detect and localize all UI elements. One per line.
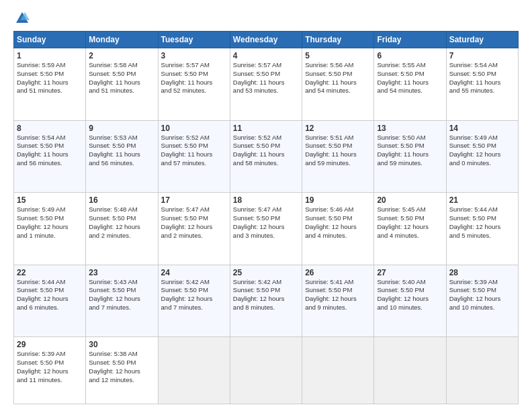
calendar-cell: 14Sunrise: 5:49 AMSunset: 5:50 PMDayligh… — [446, 120, 518, 193]
day-info: Sunset: 5:50 PM — [161, 70, 227, 79]
calendar-cell: 30Sunrise: 5:38 AMSunset: 5:50 PMDayligh… — [86, 337, 158, 404]
day-number: 3 — [161, 51, 227, 60]
calendar-week-1: 1Sunrise: 5:59 AMSunset: 5:50 PMDaylight… — [14, 48, 519, 121]
day-info: Sunset: 5:50 PM — [89, 214, 154, 223]
calendar-cell: 7Sunrise: 5:54 AMSunset: 5:50 PMDaylight… — [446, 48, 518, 121]
day-info: Sunset: 5:50 PM — [233, 286, 299, 295]
day-info: Daylight: 11 hours — [305, 150, 371, 159]
calendar-cell: 19Sunrise: 5:46 AMSunset: 5:50 PMDayligh… — [302, 193, 374, 265]
calendar-cell: 27Sunrise: 5:40 AMSunset: 5:50 PMDayligh… — [374, 265, 446, 337]
day-info: Daylight: 11 hours — [449, 79, 515, 87]
calendar-cell: 26Sunrise: 5:41 AMSunset: 5:50 PMDayligh… — [302, 265, 374, 337]
calendar-cell: 6Sunrise: 5:55 AMSunset: 5:50 PMDaylight… — [374, 48, 446, 121]
day-info: Sunrise: 5:44 AM — [17, 278, 83, 287]
day-info: and 59 minutes. — [305, 159, 371, 168]
day-number: 29 — [17, 340, 83, 349]
calendar-cell: 23Sunrise: 5:43 AMSunset: 5:50 PMDayligh… — [86, 265, 158, 337]
calendar-cell: 12Sunrise: 5:51 AMSunset: 5:50 PMDayligh… — [302, 120, 374, 193]
day-info: Sunset: 5:50 PM — [377, 214, 443, 223]
day-info: Daylight: 12 hours — [233, 223, 299, 232]
day-info: and 2 minutes. — [161, 232, 227, 240]
day-info: Sunrise: 5:48 AM — [89, 205, 154, 214]
day-info: and 55 minutes. — [449, 87, 515, 95]
day-info: Sunrise: 5:52 AM — [161, 134, 227, 142]
day-info: Daylight: 11 hours — [305, 79, 371, 87]
day-info: Sunrise: 5:59 AM — [17, 61, 83, 70]
day-info: Sunset: 5:50 PM — [305, 70, 371, 79]
day-info: Sunrise: 5:54 AM — [17, 134, 83, 142]
day-info: Daylight: 11 hours — [161, 79, 227, 87]
calendar-header-friday: Friday — [374, 32, 446, 48]
day-info: and 10 minutes. — [377, 304, 443, 312]
day-info: Daylight: 12 hours — [449, 295, 515, 304]
calendar-cell: 4Sunrise: 5:57 AMSunset: 5:50 PMDaylight… — [230, 48, 302, 121]
day-info: Sunrise: 5:38 AM — [89, 350, 154, 359]
day-number: 7 — [449, 51, 515, 60]
day-info: Sunset: 5:50 PM — [305, 142, 371, 150]
header — [13, 11, 519, 26]
day-info: and 58 minutes. — [233, 159, 299, 168]
calendar-cell: 17Sunrise: 5:47 AMSunset: 5:50 PMDayligh… — [158, 193, 230, 265]
day-info: Daylight: 12 hours — [161, 223, 227, 232]
day-number: 26 — [305, 268, 371, 277]
day-info: Daylight: 11 hours — [89, 150, 154, 159]
calendar-cell: 1Sunrise: 5:59 AMSunset: 5:50 PMDaylight… — [14, 48, 86, 121]
day-info: Sunrise: 5:57 AM — [233, 61, 299, 70]
day-info: and 53 minutes. — [233, 87, 299, 95]
day-info: Sunset: 5:50 PM — [17, 142, 83, 150]
day-number: 19 — [305, 195, 371, 205]
day-number: 2 — [89, 51, 154, 60]
day-info: Sunset: 5:50 PM — [233, 142, 299, 150]
day-info: Sunrise: 5:39 AM — [17, 350, 83, 359]
day-info: and 51 minutes. — [89, 87, 154, 95]
day-info: Daylight: 12 hours — [17, 223, 83, 232]
day-info: Daylight: 11 hours — [161, 150, 227, 159]
day-info: and 6 minutes. — [17, 304, 83, 312]
day-info: Sunrise: 5:51 AM — [305, 134, 371, 142]
day-info: and 54 minutes. — [377, 87, 443, 95]
day-number: 1 — [17, 51, 83, 60]
day-info: and 4 minutes. — [377, 232, 443, 240]
calendar-cell: 16Sunrise: 5:48 AMSunset: 5:50 PMDayligh… — [86, 193, 158, 265]
day-info: Sunrise: 5:41 AM — [305, 278, 371, 287]
day-info: and 57 minutes. — [161, 159, 227, 168]
day-info: Sunset: 5:50 PM — [377, 286, 443, 295]
calendar-cell — [446, 337, 518, 404]
day-number: 12 — [305, 124, 371, 133]
day-number: 13 — [377, 124, 443, 133]
day-info: Sunset: 5:50 PM — [449, 70, 515, 79]
day-info: Sunrise: 5:42 AM — [233, 278, 299, 287]
calendar-cell: 28Sunrise: 5:39 AMSunset: 5:50 PMDayligh… — [446, 265, 518, 337]
calendar-cell: 29Sunrise: 5:39 AMSunset: 5:50 PMDayligh… — [14, 337, 86, 404]
day-info: Sunrise: 5:46 AM — [305, 205, 371, 214]
day-number: 22 — [17, 268, 83, 277]
day-info: Sunrise: 5:40 AM — [377, 278, 443, 287]
day-info: Sunset: 5:50 PM — [161, 142, 227, 150]
day-info: Sunset: 5:50 PM — [161, 286, 227, 295]
calendar-cell — [158, 337, 230, 404]
day-info: and 52 minutes. — [161, 87, 227, 95]
calendar-cell: 3Sunrise: 5:57 AMSunset: 5:50 PMDaylight… — [158, 48, 230, 121]
day-info: and 2 minutes. — [89, 232, 154, 240]
day-info: and 4 minutes. — [305, 232, 371, 240]
day-info: Daylight: 12 hours — [17, 295, 83, 304]
day-info: Daylight: 12 hours — [89, 367, 154, 376]
day-info: Sunrise: 5:52 AM — [233, 134, 299, 142]
calendar-header-wednesday: Wednesday — [230, 32, 302, 48]
calendar-header-row: SundayMondayTuesdayWednesdayThursdayFrid… — [14, 32, 519, 48]
day-info: Sunset: 5:50 PM — [233, 70, 299, 79]
calendar-header-tuesday: Tuesday — [158, 32, 230, 48]
day-info: Sunrise: 5:57 AM — [161, 61, 227, 70]
day-info: Sunrise: 5:45 AM — [377, 205, 443, 214]
day-info: and 9 minutes. — [305, 304, 371, 312]
day-info: Daylight: 12 hours — [449, 223, 515, 232]
day-info: and 1 minute. — [17, 232, 83, 240]
day-info: Daylight: 11 hours — [17, 150, 83, 159]
day-info: Sunrise: 5:50 AM — [377, 134, 443, 142]
day-number: 11 — [233, 124, 299, 133]
day-info: Daylight: 12 hours — [233, 295, 299, 304]
day-number: 15 — [17, 195, 83, 205]
day-info: and 7 minutes. — [89, 304, 154, 312]
calendar-cell: 13Sunrise: 5:50 AMSunset: 5:50 PMDayligh… — [374, 120, 446, 193]
day-info: and 11 minutes. — [17, 376, 83, 385]
